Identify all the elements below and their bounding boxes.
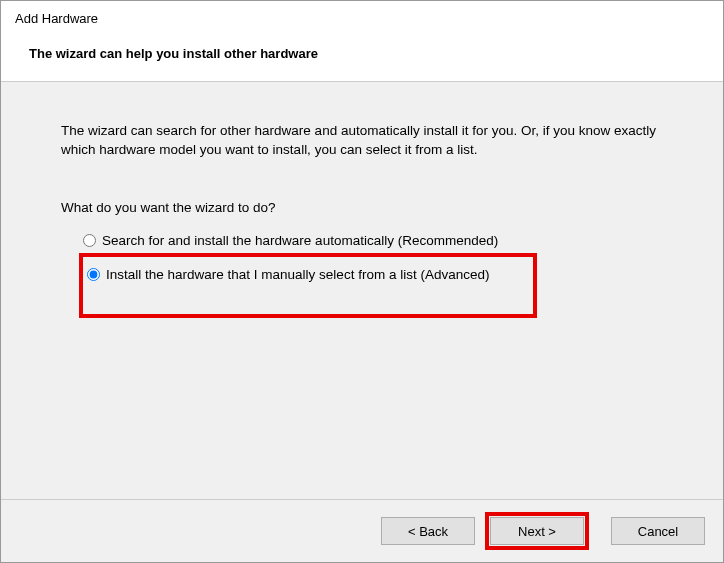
wizard-subtitle: The wizard can help you install other ha… bbox=[15, 46, 709, 61]
option-auto-label[interactable]: Search for and install the hardware auto… bbox=[102, 233, 498, 248]
wizard-options: Search for and install the hardware auto… bbox=[61, 229, 663, 318]
wizard-footer: < Back Next > Cancel bbox=[1, 500, 723, 562]
cancel-button[interactable]: Cancel bbox=[611, 517, 705, 545]
wizard-description: The wizard can search for other hardware… bbox=[61, 122, 663, 160]
radio-auto[interactable] bbox=[83, 234, 96, 247]
option-manual-label[interactable]: Install the hardware that I manually sel… bbox=[106, 267, 489, 282]
next-button[interactable]: Next > bbox=[490, 517, 584, 545]
option-auto[interactable]: Search for and install the hardware auto… bbox=[79, 229, 663, 252]
wizard-content: The wizard can search for other hardware… bbox=[1, 81, 723, 500]
add-hardware-wizard: Add Hardware The wizard can help you ins… bbox=[0, 0, 724, 563]
wizard-question: What do you want the wizard to do? bbox=[61, 200, 663, 215]
wizard-header: Add Hardware The wizard can help you ins… bbox=[1, 1, 723, 81]
window-title: Add Hardware bbox=[15, 11, 709, 26]
next-button-highlight: Next > bbox=[485, 512, 589, 550]
option-manual[interactable]: Install the hardware that I manually sel… bbox=[79, 253, 537, 318]
radio-manual[interactable] bbox=[87, 268, 100, 281]
back-button[interactable]: < Back bbox=[381, 517, 475, 545]
